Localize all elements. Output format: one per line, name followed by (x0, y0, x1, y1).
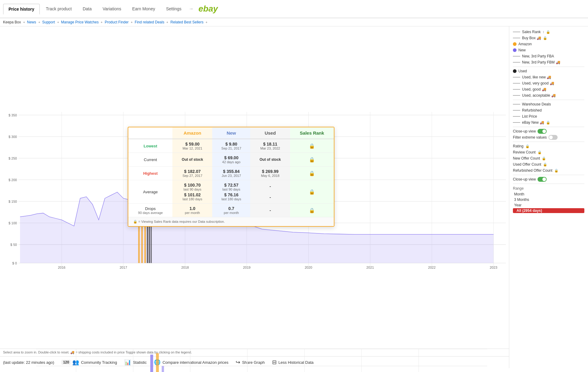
range-all[interactable]: All (2954 days) (513, 208, 584, 213)
row-label-lowest: Lowest (128, 139, 172, 153)
toggle-closeup-bottom[interactable]: Close-up view (513, 176, 584, 182)
lock-icon-drops-sales: 🔒 (309, 208, 315, 213)
row-label-highest: Highest (128, 167, 172, 180)
row-label-current: Current (128, 153, 172, 167)
lock-sales-rank: 🔒 (546, 30, 550, 34)
svg-text:2022: 2022 (428, 266, 436, 269)
volume-chart-svg (0, 349, 509, 372)
cell-amazon-average: $ 100.70 last 90 days $ 101.02 last 180 … (172, 180, 212, 204)
table-row-average: Average $ 100.70 last 90 days $ 101.02 l… (128, 180, 334, 204)
subnav-find-related-deals[interactable]: Find related Deals (135, 20, 164, 24)
cell-used-current: Out of stock (250, 153, 290, 167)
nav-arrow: → (189, 6, 194, 12)
legend-item-used-very-good[interactable]: Used, very good 🚚 (513, 80, 584, 86)
legend-line-used-acceptable (513, 95, 520, 96)
legend-sep-1 (513, 67, 584, 67)
legend-item-used-good[interactable]: Used, good 🚚 (513, 86, 584, 92)
lock-ebay-new: 🔒 (546, 121, 550, 125)
tab-data[interactable]: Data (78, 4, 97, 14)
legend-item-new-fba[interactable]: New, 3rd Party FBA (513, 53, 584, 59)
lock-icon-average-sales: 🔒 (309, 189, 315, 195)
svg-text:$ 0: $ 0 (12, 261, 17, 265)
lock-icon-highest-sales: 🔒 (309, 171, 315, 176)
svg-text:$ 250: $ 250 (9, 157, 17, 160)
svg-rect-61 (162, 366, 164, 372)
lock-used-offer-count: 🔒 (543, 163, 547, 167)
legend-label-used-offer-count: Used Offer Count (513, 162, 541, 167)
sort-icon: ↕ (542, 30, 544, 34)
legend-label-used-acceptable: Used, acceptable 🚚 (522, 93, 556, 98)
legend-sep-2 (513, 100, 584, 100)
keepabox-label: Keepa Box (3, 20, 21, 24)
col-header-new: New (212, 127, 250, 139)
svg-text:$ 100: $ 100 (9, 221, 17, 225)
sub-navigation: Keepa Box ✦ News ✦ Support ✦ Manage Pric… (0, 18, 588, 26)
svg-text:$ 350: $ 350 (9, 113, 17, 117)
legend-item-used-acceptable[interactable]: Used, acceptable 🚚 (513, 92, 584, 98)
legend-item-ebay-new[interactable]: eBay New 🚚 🔒 (513, 119, 584, 126)
toggle-filter-extreme-switch[interactable] (548, 135, 558, 140)
svg-rect-25 (138, 223, 140, 263)
legend-label-list-price: List Price (522, 114, 537, 119)
cell-sales-current: 🔒 (290, 153, 334, 167)
legend-item-used-like-new[interactable]: Used, like new 🚚 (513, 74, 584, 80)
tab-price-history[interactable]: Price history (3, 4, 40, 15)
subnav-news[interactable]: News (27, 20, 36, 24)
legend-item-used-offer-count[interactable]: Used Offer Count 🔒 (513, 161, 584, 167)
toggle-closeup-bottom-label: Close-up view (513, 177, 536, 181)
legend-line-sales-rank (513, 32, 520, 32)
legend-label-new-fba: New, 3rd Party FBA (522, 54, 554, 58)
svg-rect-60 (156, 353, 159, 372)
legend-item-refurbished[interactable]: Refurbished (513, 107, 584, 113)
lock-buy-box: 🔒 (543, 36, 547, 40)
cell-sales-lowest: 🔒 (290, 139, 334, 153)
tab-earn-money[interactable]: Earn Money (127, 4, 160, 14)
lock-icon-lowest-sales: 🔒 (309, 143, 315, 149)
toggle-closeup-switch[interactable] (538, 129, 547, 134)
sep7: ✦ (205, 21, 208, 24)
cell-sales-highest: 🔒 (290, 167, 334, 180)
legend-label-refurbished: Refurbished (522, 108, 542, 112)
legend-line-used-like-new (513, 77, 520, 78)
legend-line-refurbished (513, 110, 520, 111)
range-year[interactable]: Year (513, 203, 584, 208)
toggle-closeup-bottom-switch[interactable] (538, 177, 547, 182)
subnav-manage-price-watches[interactable]: Manage Price Watches (61, 20, 99, 24)
subnav-related-best-sellers[interactable]: Related Best Sellers (170, 20, 203, 24)
svg-text:$ 150: $ 150 (9, 200, 17, 203)
svg-text:2023: 2023 (490, 266, 497, 269)
legend-item-new-fbm[interactable]: New, 3rd Party FBM 🚚 (513, 59, 584, 65)
tab-settings[interactable]: Settings (161, 4, 186, 14)
cell-new-average: $ 72.57 last 90 days $ 76.16 last 180 da… (212, 180, 250, 204)
main-layout: $ 350 $ 300 $ 250 $ 200 $ 150 $ 100 $ 50… (0, 26, 588, 368)
legend-item-list-price[interactable]: List Price (513, 113, 584, 119)
price-chart-wrapper[interactable]: $ 350 $ 300 $ 250 $ 200 $ 150 $ 100 $ 50… (0, 29, 509, 349)
legend-item-review-count[interactable]: Review Count 🔒 (513, 149, 584, 155)
legend-label-rating: Rating (513, 144, 524, 148)
legend-item-rating[interactable]: Rating 🔒 (513, 143, 584, 149)
cell-new-drops: 0.7 per month (212, 204, 250, 217)
tab-variations[interactable]: Variations (98, 4, 126, 14)
legend-item-new-offer-count[interactable]: New Offer Count 🔒 (513, 155, 584, 161)
price-stats-overlay: Amazon New Used Sales Rank Lowest $ 59.0… (128, 127, 334, 227)
legend-item-buy-box[interactable]: Buy Box 🚚 🔒 (513, 35, 584, 41)
range-3months[interactable]: 3 Months (513, 197, 584, 202)
legend-item-warehouse[interactable]: Warehouse Deals (513, 101, 584, 107)
subnav-product-finder[interactable]: Product Finder (105, 20, 129, 24)
legend-item-sales-rank[interactable]: Sales Rank ↕ 🔒 (513, 29, 584, 35)
legend-item-new[interactable]: New (513, 47, 584, 53)
legend-item-refurbished-offer-count[interactable]: Refurbished Offer Count 🔒 (513, 167, 584, 174)
table-row-current: Current Out of stock $ 69.00 42 days ago… (128, 153, 334, 167)
legend-item-amazon[interactable]: Amazon (513, 41, 584, 47)
legend-item-used[interactable]: Used (513, 68, 584, 74)
range-month[interactable]: Month (513, 192, 584, 197)
subnav-support[interactable]: Support (42, 20, 55, 24)
tab-track-product[interactable]: Track product (41, 4, 77, 14)
svg-text:$ 300: $ 300 (9, 135, 17, 139)
svg-text:2020: 2020 (305, 266, 312, 269)
legend-dot-new (513, 48, 517, 52)
table-row-highest: Highest $ 182.07 Sep 27, 2017 $ 355.84 J… (128, 167, 334, 180)
legend-label-sales-rank: Sales Rank (522, 30, 541, 34)
toggle-filter-extreme[interactable]: Filter extreme values (513, 134, 584, 140)
toggle-closeup[interactable]: Close-up view (513, 128, 584, 134)
